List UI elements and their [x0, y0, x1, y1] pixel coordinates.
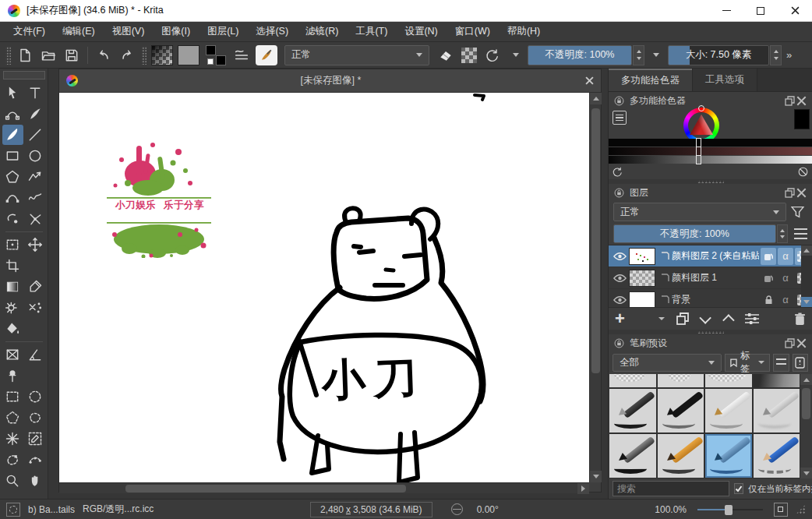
opacity-dropdown[interactable] — [647, 45, 659, 65]
tool-bezier-curve[interactable] — [2, 188, 23, 208]
brush-preset-ink-pen[interactable] — [609, 389, 656, 432]
tool-ellipse[interactable] — [25, 146, 46, 166]
scroll-right-button[interactable] — [577, 483, 589, 494]
brush-composite-options-button[interactable] — [231, 45, 252, 65]
tool-move[interactable] — [25, 235, 46, 255]
opacity-slider[interactable]: 不透明度: 100% — [528, 45, 632, 65]
tool-zoom[interactable] — [2, 471, 23, 491]
tool-line[interactable] — [25, 125, 46, 145]
layer-list-scrollbar[interactable] — [801, 245, 812, 307]
refresh-colors-button[interactable] — [612, 166, 623, 178]
brush-preset-paintbrush-orange[interactable] — [658, 434, 704, 478]
tool-contiguous-select[interactable] — [2, 429, 23, 449]
menu-filter[interactable]: 滤镜(R) — [297, 22, 347, 41]
tool-transform[interactable] — [2, 235, 23, 255]
size-spinner[interactable] — [770, 45, 782, 65]
scroll-down-button[interactable] — [590, 471, 602, 482]
brush-details-button[interactable] — [793, 354, 808, 372]
scroll-thumb[interactable] — [802, 388, 810, 419]
brush-filter-select[interactable]: 全部 — [613, 354, 722, 372]
tool-polygon[interactable] — [2, 167, 23, 187]
canvas-horizontal-scrollbar[interactable] — [59, 482, 589, 493]
fit-zoom-button[interactable] — [774, 503, 788, 517]
color-history-button[interactable] — [613, 111, 627, 125]
panel-lock-icon[interactable] — [613, 95, 625, 107]
toolbox-drag-handle[interactable] — [3, 71, 45, 79]
saturation-strip[interactable] — [609, 147, 812, 155]
minimize-button[interactable] — [709, 0, 743, 22]
tool-dynamic-brush[interactable] — [2, 209, 23, 229]
brush-grid-scrollbar[interactable] — [800, 374, 812, 478]
tool-multibrush[interactable] — [25, 209, 46, 229]
duplicate-layer-button[interactable] — [676, 309, 690, 328]
brush-preset-paintbrush-dark[interactable] — [609, 434, 656, 478]
tool-ellipse-select[interactable] — [25, 387, 46, 407]
tool-bezier-select[interactable] — [2, 450, 23, 470]
add-layer-button[interactable]: + — [615, 309, 625, 328]
visibility-eye-icon[interactable] — [610, 274, 629, 283]
panel-close-button[interactable] — [796, 95, 807, 107]
menu-view[interactable]: 视图(V) — [104, 22, 154, 41]
color-profile-label[interactable]: RGB/透明...rc.icc — [83, 503, 154, 516]
foreground-background-colors[interactable] — [205, 45, 227, 65]
menu-window[interactable]: 窗口(W) — [447, 22, 499, 41]
current-brush-label[interactable]: b) Ba...tails — [28, 504, 75, 515]
layer-row-paint-2[interactable]: 颜料图层 2 (来自粘贴) α — [609, 245, 812, 267]
scroll-up-button[interactable] — [590, 93, 602, 104]
opacity-spinner[interactable] — [633, 45, 644, 65]
panel-close-button[interactable] — [796, 337, 807, 349]
move-layer-up-button[interactable] — [723, 309, 732, 328]
layer-opacity-slider[interactable]: 不透明度: 100% — [613, 224, 776, 243]
alpha-lock-toggle[interactable]: α — [778, 248, 793, 265]
tool-fill[interactable] — [2, 319, 23, 339]
layer-lock-icon[interactable] — [761, 291, 776, 308]
layer-row-background[interactable]: 背景 α — [609, 289, 812, 307]
canvas[interactable]: 小刀娱乐 乐于分享 — [59, 93, 589, 482]
brush-preset[interactable] — [705, 374, 752, 387]
zoom-slider[interactable] — [697, 504, 763, 515]
delete-layer-button[interactable] — [794, 309, 806, 328]
tool-freehand-select[interactable] — [25, 408, 46, 428]
vertical-scroll-thumb[interactable] — [591, 108, 600, 373]
layer-thumbnail[interactable] — [629, 291, 655, 308]
brush-preset-soft-pen[interactable] — [754, 389, 800, 432]
menu-tools[interactable]: 工具(T) — [347, 22, 396, 41]
document-tab-bar[interactable]: [未保存图像] * — [59, 69, 601, 93]
menu-settings[interactable]: 设置(N) — [396, 22, 446, 41]
tab-advanced-color-selector[interactable]: 多功能拾色器 — [609, 69, 692, 91]
preserve-alpha-button[interactable] — [459, 45, 479, 65]
tool-magnetic-select[interactable] — [25, 450, 46, 470]
layer-menu-button[interactable] — [794, 228, 807, 239]
brush-size-slider[interactable]: 大小: 7.50 像素 — [668, 45, 769, 65]
menu-layer[interactable]: 图层(L) — [199, 22, 247, 41]
lightness-strip[interactable] — [609, 156, 812, 164]
current-color-swatch[interactable] — [794, 109, 810, 129]
inherit-alpha-toggle[interactable] — [761, 270, 776, 287]
maximize-button[interactable] — [743, 0, 778, 22]
open-document-button[interactable] — [38, 45, 58, 65]
scroll-up-button[interactable] — [800, 374, 812, 385]
brush-preset-pencil-blue[interactable] — [754, 434, 800, 478]
tool-assistants[interactable] — [2, 365, 23, 386]
brush-preset-fine-pen[interactable] — [705, 389, 752, 432]
tool-polygon-select[interactable] — [2, 408, 23, 428]
panel-float-button[interactable] — [784, 95, 796, 107]
edit-brush-settings-button[interactable] — [256, 45, 277, 65]
layer-thumbnail[interactable] — [629, 248, 655, 265]
tab-tool-options[interactable]: 工具选项 — [692, 69, 757, 91]
tags-button[interactable]: 标签 — [725, 354, 770, 372]
menu-select[interactable]: 选择(S) — [247, 22, 297, 41]
brush-preset[interactable] — [609, 374, 656, 387]
panel-lock-icon[interactable] — [613, 337, 625, 349]
tool-pattern-edit[interactable] — [2, 298, 23, 318]
move-layer-down-button[interactable] — [702, 309, 711, 328]
redo-button[interactable] — [117, 45, 137, 65]
horizontal-scroll-thumb[interactable] — [125, 485, 406, 493]
brush-preset[interactable] — [754, 374, 800, 387]
reload-dropdown[interactable] — [507, 45, 519, 65]
slider-handle[interactable] — [725, 505, 733, 515]
rotation-dial-icon[interactable] — [451, 503, 463, 515]
scroll-up-button[interactable] — [801, 245, 812, 256]
brush-preset-watercolor-selected[interactable] — [705, 434, 752, 478]
brush-preset-marker[interactable] — [658, 389, 704, 432]
